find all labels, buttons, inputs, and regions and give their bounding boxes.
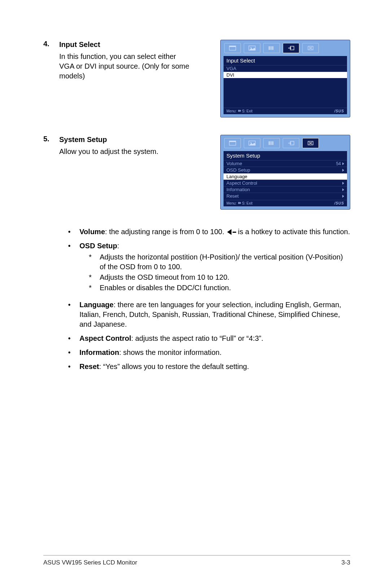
bullet-text: : “Yes” allows you to restore the defaul… (99, 362, 249, 370)
osd-tabs (224, 43, 347, 53)
osd-tabs (224, 138, 347, 148)
osd-row-vga[interactable]: VGA (224, 65, 347, 72)
svg-rect-10 (229, 141, 236, 142)
chevron-right-icon (342, 188, 344, 191)
bullet-text: : shows the monitor information. (119, 348, 221, 356)
bullet-label: OSD Setup (79, 242, 117, 250)
bullet-label: Reset (79, 362, 99, 370)
section-input-select: 4. Input Select In this function, you ca… (43, 40, 350, 117)
bullet-marker: • (59, 300, 79, 329)
bullet-marker: • (59, 348, 79, 357)
osd-header: Input Select (224, 56, 347, 65)
bullet-reset: • Reset: “Yes” allows you to restore the… (59, 362, 350, 372)
osd-tab-system-icon[interactable] (302, 43, 319, 53)
osd-footer: Menu: ⯮ S: Exit /SUS (224, 200, 347, 206)
osd-tab-color-icon[interactable] (263, 43, 280, 53)
bullet-text: is a hotkey to activate this function. (236, 228, 350, 236)
osd-row-aspect-control[interactable]: Aspect Control (224, 180, 347, 186)
bullet-osd-setup: • OSD Setup: *Adjusts the horizontal pos… (59, 241, 350, 296)
osd-row-language[interactable]: Language (224, 173, 347, 180)
osd-header: System Setup (224, 151, 347, 160)
osd-row-dvi[interactable]: DVI (224, 72, 347, 78)
left-triangle-icon (227, 229, 231, 235)
osd-panel-input-select: Input Select VGA DVI Menu: ⯮ S: Exit /SU… (220, 40, 350, 117)
svg-rect-15 (272, 141, 273, 145)
footer-page-number: 3-3 (341, 559, 350, 566)
svg-rect-6 (272, 46, 273, 50)
bullet-marker: * (89, 252, 100, 272)
bullet-text: : adjusts the aspect ratio to “Full” or … (131, 334, 263, 342)
bullet-text: : the adjusting range is from 0 to 100. (105, 228, 226, 236)
bullet-aspect-control: • Aspect Control: adjusts the aspect rat… (59, 334, 350, 343)
chevron-right-icon (342, 162, 344, 165)
osd-row-label: Reset (226, 193, 239, 199)
bullet-label: Volume (79, 228, 105, 236)
osd-tab-splendid-icon[interactable] (224, 43, 241, 53)
bullet-text: Adjusts the OSD timeout from 10 to 120. (100, 272, 350, 282)
bullet-label: Aspect Control (79, 334, 131, 342)
bullet-text: : (117, 242, 119, 250)
bullet-marker: • (59, 362, 79, 372)
bullet-marker: • (59, 227, 79, 237)
svg-rect-14 (270, 141, 272, 145)
osd-tab-input-icon[interactable] (283, 138, 299, 148)
osd-tab-image-icon[interactable] (244, 138, 260, 148)
bullet-list: • Volume: the adjusting range is from 0 … (43, 227, 350, 372)
osd-body: Volume54 OSD Setup Language Aspect Contr… (224, 160, 347, 200)
bullet-marker: * (89, 272, 100, 282)
section-number: 4. (43, 40, 59, 48)
osd-tab-image-icon[interactable] (244, 43, 260, 53)
osd-row-label: Language (226, 174, 247, 179)
osd-row-reset[interactable]: Reset (224, 193, 347, 199)
bullet-label: Information (79, 348, 119, 356)
osd-row-value: 54 (336, 161, 341, 166)
osd-row-label: Information (226, 187, 250, 192)
osd-row-label: OSD Setup (226, 167, 250, 173)
section-text: Input Select In this function, you can s… (59, 40, 193, 81)
section-system-setup: 5. System Setup Allow you to adjust the … (43, 135, 350, 210)
osd-tab-splendid-icon[interactable] (224, 138, 241, 148)
osd-panel-system-setup: System Setup Volume54 OSD Setup Language… (220, 135, 350, 210)
section-text: System Setup Allow you to adjust the sys… (59, 135, 193, 156)
svg-rect-5 (270, 46, 272, 50)
bullet-marker: • (59, 241, 79, 296)
section-title: Input Select (59, 40, 193, 50)
bullet-text: : there are ten languages for your selec… (79, 301, 341, 328)
svg-rect-4 (269, 46, 270, 50)
osd-row-osd-setup[interactable]: OSD Setup (224, 167, 347, 173)
osd-row-volume[interactable]: Volume54 (224, 160, 347, 167)
osd-brand-logo: /SUS (334, 109, 344, 113)
section-number: 5. (43, 135, 59, 143)
osd-footer-hint: Menu: ⯮ S: Exit (226, 201, 252, 205)
osd-row-information[interactable]: Information (224, 186, 347, 193)
osd-row-label: DVI (226, 72, 234, 78)
osd-tab-input-icon[interactable] (283, 43, 299, 53)
section-body: In this function, you can select either … (59, 52, 193, 81)
osd-tab-system-icon[interactable] (302, 138, 319, 148)
bullet-text: Enables or disables the DDC/CI function. (100, 283, 350, 293)
chevron-right-icon (342, 182, 344, 185)
bullet-language: • Language: there are ten languages for … (59, 300, 350, 329)
chevron-right-icon (342, 169, 344, 172)
bullet-marker: * (89, 283, 100, 293)
bullet-volume: • Volume: the adjusting range is from 0 … (59, 227, 350, 237)
bullet-marker: • (59, 334, 79, 343)
chevron-right-icon (342, 195, 344, 198)
footer-product: ASUS VW195 Series LCD Monitor (43, 559, 137, 566)
svg-rect-13 (269, 141, 270, 145)
sub-bullet: *Adjusts the horizontal postition (H-Pos… (89, 252, 350, 272)
osd-brand-logo: /SUS (334, 201, 344, 205)
svg-rect-1 (229, 46, 236, 47)
osd-row-label: VGA (226, 66, 236, 71)
sub-bullet: *Adjusts the OSD timeout from 10 to 120. (89, 272, 350, 282)
section-body: Allow you to adjust the system. (59, 147, 193, 156)
osd-row-label: Volume (226, 161, 242, 166)
osd-row-label: Aspect Control (226, 180, 257, 186)
osd-body: VGA DVI (224, 65, 347, 108)
osd-tab-color-icon[interactable] (263, 138, 280, 148)
bullet-text: Adjusts the horizontal postition (H-Posi… (100, 252, 350, 272)
sub-bullet: *Enables or disables the DDC/CI function… (89, 283, 350, 293)
osd-footer-hint: Menu: ⯮ S: Exit (226, 109, 252, 113)
minus-icon (233, 232, 236, 233)
bullet-information: • Information: shows the monitor informa… (59, 348, 350, 357)
